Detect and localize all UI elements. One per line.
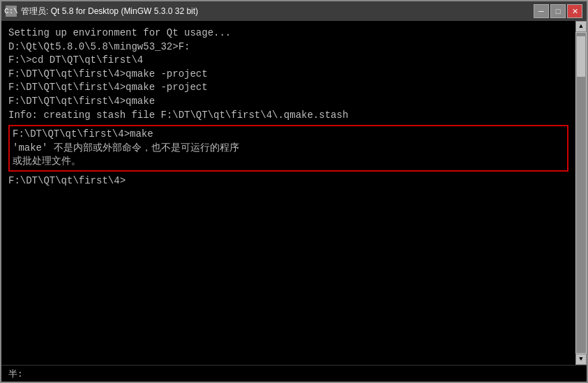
error-box: F:\DT\QT\qt\first\4>make'make' 不是内部或外部命令… — [8, 125, 568, 172]
status-text: 半: — [8, 368, 23, 380]
scrollbar-thumb[interactable] — [576, 36, 586, 77]
terminal-window: C:\ 管理员: Qt 5.8 for Desktop (MinGW 5.3.0… — [0, 0, 588, 383]
title-bar-buttons: ─ □ ✕ — [534, 4, 582, 18]
window-icon: C:\ — [6, 6, 17, 17]
terminal-line: F:\DT\QT\qt\first\4>qmake -project — [8, 81, 568, 95]
terminal-line: F:\DT\QT\qt\first\4> — [8, 174, 568, 188]
error-line: 'make' 不是内部或外部命令，也不是可运行的程序 — [13, 142, 564, 156]
error-line: F:\DT\QT\qt\first\4>make — [13, 128, 564, 142]
terminal-line: F:\DT\QT\qt\first\4>qmake -project — [8, 68, 568, 82]
title-bar-left: C:\ 管理员: Qt 5.8 for Desktop (MinGW 5.3.0… — [6, 6, 198, 17]
minimize-button[interactable]: ─ — [534, 4, 549, 18]
window-body: Setting up environment for Qt usage...D:… — [1, 21, 587, 365]
close-button[interactable]: ✕ — [567, 4, 582, 18]
status-bar: 半: — [1, 365, 587, 382]
terminal-line: F:\>cd DT\QT\qt\first\4 — [8, 54, 568, 68]
window-title: 管理员: Qt 5.8 for Desktop (MinGW 5.3.0 32 … — [21, 6, 198, 17]
terminal-line: Info: creating stash file F:\DT\QT\qt\fi… — [8, 109, 568, 123]
scroll-down-button[interactable]: ▼ — [575, 354, 587, 365]
terminal-line: Setting up environment for Qt usage... — [8, 27, 568, 40]
restore-button[interactable]: □ — [550, 4, 566, 18]
error-line: 或批处理文件。 — [13, 155, 564, 169]
terminal-line: F:\DT\QT\qt\first\4>qmake — [8, 95, 568, 109]
terminal-line: D:\Qt\Qt5.8.0\5.8\mingw53_32>F: — [8, 40, 568, 54]
scrollbar: ▲ ▼ — [575, 21, 587, 365]
terminal-output[interactable]: Setting up environment for Qt usage...D:… — [1, 21, 575, 365]
scrollbar-track[interactable] — [576, 33, 586, 353]
title-bar: C:\ 管理员: Qt 5.8 for Desktop (MinGW 5.3.0… — [1, 1, 587, 21]
scroll-up-button[interactable]: ▲ — [575, 21, 587, 32]
